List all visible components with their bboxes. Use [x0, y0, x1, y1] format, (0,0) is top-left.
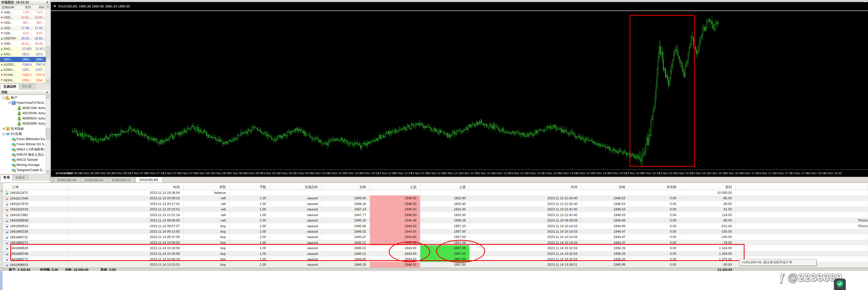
column-header-库存费[interactable]: 库存费	[629, 184, 680, 190]
tab-收藏夹[interactable]: 收藏夹	[13, 175, 28, 180]
scroll-up-icon[interactable]: ▲	[46, 95, 50, 99]
scroll-down-icon[interactable]: ▼	[46, 170, 50, 174]
column-bid[interactable]: 卖价	[16, 5, 33, 9]
collapse-icon[interactable]	[3, 133, 5, 135]
tree-item[interactable]: EA交易	[0, 131, 46, 137]
market-watch-scrollbar[interactable]: ▲ ≡ ▼	[46, 5, 50, 83]
close-icon[interactable]: ×	[45, 90, 49, 94]
column-header-交易品种[interactable]: 交易品种	[270, 184, 322, 190]
tree-item[interactable]: Moving Average	[0, 162, 46, 168]
chart-tab-XAUUSD,M1[interactable]: XAUUSD,M1	[135, 177, 163, 182]
scroll-up-icon[interactable]: ▲	[46, 5, 50, 9]
column-header-comment[interactable]	[736, 184, 868, 190]
navigator-scrollbar[interactable]: ▲ ≡ ▼	[46, 95, 50, 174]
column-header-订单[interactable]: 订单	[3, 184, 68, 190]
history-row[interactable]: 19418118722023.11.13 19:26:54balance10 0…	[3, 190, 868, 195]
market-watch-row[interactable]: USD...17.39...17.40...	[0, 26, 46, 31]
column-header-时间[interactable]: 时间	[68, 184, 184, 190]
tree-item[interactable]: 48390633: liuhu...	[0, 116, 46, 121]
collapse-icon[interactable]	[8, 102, 10, 104]
chart-tab-EURUSD,H4[interactable]: EURUSD,H4	[54, 177, 81, 182]
column-header-价格[interactable]: 价格	[581, 184, 629, 190]
tree-item[interactable]: M4EA3 修改止损止...	[0, 152, 46, 157]
tab-交易品种[interactable]: 交易品种	[1, 84, 19, 90]
history-row[interactable]: 19418602352023.11.14 09:13:55buy1.00xauu…	[3, 229, 868, 234]
profit-cell: 61.00	[680, 206, 736, 212]
tab-scroll-stub[interactable]	[51, 177, 54, 182]
column-header-止盈[interactable]: 止盈	[420, 184, 470, 190]
scroll-thumb[interactable]: ≡	[46, 46, 50, 59]
market-watch-row[interactable]: USD...18.41...18.43...	[0, 41, 46, 46]
tree-item-label: MACD Sample	[17, 158, 38, 162]
tree-item[interactable]: MACD Sample	[0, 157, 46, 162]
history-row[interactable]: 19418607112023.11.14 09:37:05buy1.00xauu…	[3, 234, 868, 240]
market-watch-row[interactable]: AUS20...7066.87067.4	[0, 62, 46, 67]
chart-menu-icon[interactable]	[54, 5, 56, 7]
tree-item-label: 账户	[11, 96, 17, 100]
column-header-时间[interactable]: 时间	[470, 184, 581, 190]
history-row[interactable]: 19418181032023.11.13 20:20:01sell1.00xau…	[3, 206, 868, 212]
chart-tab-EURUSD,H1[interactable]: EURUSD,H1	[108, 177, 135, 182]
chart-tab-EURUSD,H1[interactable]: EURUSD,H1	[81, 177, 108, 182]
column-header-获利[interactable]: 获利	[680, 184, 736, 190]
tree-item[interactable]: 账户	[0, 95, 46, 100]
tree-item[interactable]: ForexTimeFXTM-E...	[0, 100, 46, 106]
axis-time-label: 14 Nov 10:36	[345, 172, 362, 175]
expand-icon[interactable]	[3, 128, 5, 130]
history-row[interactable]: 19418219622023.11.13 21:01:14sell1.00xau…	[3, 212, 868, 218]
scroll-down-icon[interactable]: ▼	[46, 79, 50, 83]
tab-即时图[interactable]: 即时图	[19, 84, 35, 89]
history-row[interactable]: 19418595232023.11.14 09:07:07buy2.00xauu…	[3, 223, 868, 229]
swap-cell: 0.00	[629, 240, 680, 245]
collapse-icon[interactable]	[3, 97, 5, 99]
column-header-类型[interactable]: 类型	[184, 184, 230, 190]
tree-item[interactable]: Forex Billionaire Ea...	[0, 137, 46, 142]
market-watch-row[interactable]: XAG...22.85322.871	[0, 46, 46, 52]
tree-item[interactable]: f技术指标	[0, 126, 46, 131]
tree-item[interactable]: Forex Winner EA S...	[0, 142, 46, 147]
scroll-thumb[interactable]: ≡	[46, 128, 50, 140]
symbol-cell: xauusd	[270, 256, 322, 262]
chart-titlebar[interactable]: XAUUSD,M1 1960.36 1960.66 1960.24 1960.6…	[51, 2, 868, 10]
history-row[interactable]: 19418697722023.11.14 10:45:24buy1.00xauu…	[3, 256, 868, 262]
history-row[interactable]: 19418696262023.11.14 10:19:59buy1.00xauu…	[3, 245, 868, 251]
tree-item-label: 48375049: liuhu...	[22, 111, 46, 115]
close-icon[interactable]: ×	[45, 1, 49, 4]
market-watch-row[interactable]: XAU...1960...1960...	[0, 57, 46, 62]
history-row[interactable]: 19418697492023.11.14 10:20:59buy1.00xauu…	[3, 251, 868, 256]
market-watch-row[interactable]: USDTRY28.62...28.62...	[0, 36, 46, 41]
close-icon[interactable]: x	[0, 190, 3, 192]
market-watch-row[interactable]: XAU...1812...1813...	[0, 52, 46, 57]
market-watch-row[interactable]: FCHI4...7156.37157.5	[0, 72, 46, 78]
history-row[interactable]: 19418170492023.11.13 20:08:23sell1.00xau…	[3, 195, 868, 201]
column-ask[interactable]: 买价	[33, 5, 46, 9]
tree-item[interactable]: 48367248: liuhu...	[0, 106, 46, 111]
price-up-icon	[0, 53, 4, 55]
history-row[interactable]: 19418682712023.11.14 10:09:52buy1.00xauu…	[3, 240, 868, 245]
column-header-止损[interactable]: 止损	[370, 184, 420, 190]
axis-time-label: 14 Nov 17:00	[741, 172, 759, 175]
market-watch-title: 市场报价: 16:23:32	[1, 0, 29, 5]
tab-常用[interactable]: 常用	[1, 175, 13, 181]
tree-item[interactable]: 48375049: liuhu...	[0, 111, 46, 116]
history-row[interactable]: 19418178782023.11.13 20:17:41sell1.00xau…	[3, 201, 868, 206]
market-watch-row[interactable]: GER4...1554...1554...	[0, 78, 46, 83]
market-watch-row[interactable]: USD...4.07...4.07...	[0, 31, 46, 36]
tree-item[interactable]: TelegramCopier E...	[0, 168, 46, 173]
history-row[interactable]: 19418595082023.11.14 09:06:55sell2.00xau…	[3, 218, 868, 223]
market-watch-row[interactable]: CHNA...1207...1207...	[0, 67, 46, 72]
history-row[interactable]: 19418969232023.11.14 13:23:01buy1.00xauu…	[3, 262, 868, 267]
column-header-价格[interactable]: 价格	[322, 184, 370, 190]
market-watch-row[interactable]: USD...347....347....	[0, 20, 46, 25]
tree-item[interactable]: 48392899: liuhu...	[0, 121, 46, 126]
axis-time-label: 14 Nov 07:40	[163, 172, 180, 175]
column-header-手数[interactable]: 手数	[230, 184, 270, 190]
market-watch-row[interactable]: USD...7.27...7.27...	[0, 10, 46, 15]
column-symbol[interactable]: 交易品种	[0, 5, 16, 9]
close-time-cell: 2023.11.14 13:26:01	[470, 262, 581, 267]
candlestick-chart[interactable]	[51, 11, 868, 170]
sell-order-icon	[5, 197, 8, 200]
market-watch-row[interactable]: USD...22.61...22.65...	[0, 15, 46, 20]
tree-item[interactable]: M4EA 1.0本地跟单(...	[0, 147, 46, 152]
symbol-name: USD...	[4, 21, 16, 25]
